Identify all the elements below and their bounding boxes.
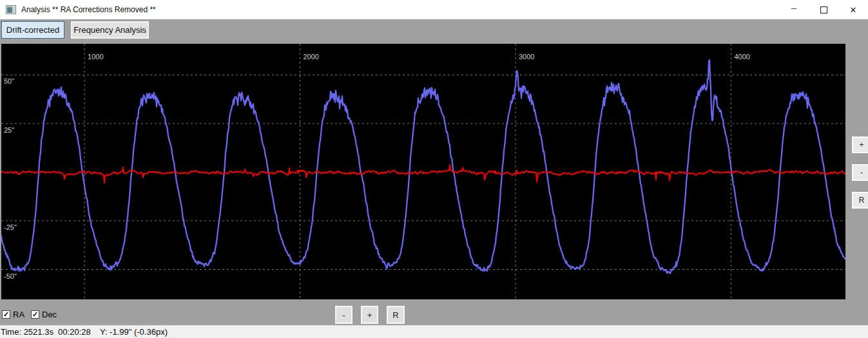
maximize-button[interactable] [809, 0, 838, 19]
horizontal-zoom-reset-button[interactable]: R [387, 306, 405, 324]
vertical-zoom-in-button[interactable]: + [852, 136, 868, 153]
horizontal-zoom-out-button[interactable]: - [335, 306, 352, 324]
status-bar: Time: 2521.3s 00:20:28 Y: -1.99" (-0.36p… [0, 325, 868, 338]
x-tick-label: 2000 [304, 53, 319, 61]
y-tick-label: -50" [4, 272, 17, 280]
y-tick-label: -25" [4, 223, 17, 231]
tab-frequency-analysis[interactable]: Frequency Analysis [71, 21, 149, 39]
close-icon: ✕ [850, 5, 857, 15]
ra-series-line [1, 60, 845, 274]
close-button[interactable]: ✕ [838, 0, 868, 19]
ra-checkbox[interactable]: RA [2, 309, 24, 319]
y-tick-label: 50" [4, 77, 14, 85]
ra-checkbox-label: RA [13, 310, 24, 319]
x-tick-label: 4000 [734, 53, 749, 61]
window-title: Analysis ** RA Corrections Removed ** [21, 5, 156, 14]
status-text: Time: 2521.3s 00:20:28 Y: -1.99" (-0.36p… [1, 327, 168, 337]
tab-drift-corrected[interactable]: Drift-corrected [1, 21, 64, 39]
minimize-button[interactable]: ─ [779, 0, 809, 19]
x-tick-label: 1000 [88, 53, 103, 61]
window-controls: ─ ✕ [779, 0, 868, 19]
minimize-icon: ─ [791, 4, 797, 13]
chart-canvas: 100020003000400050"25"-25"-50" [1, 44, 845, 299]
vertical-zoom-reset-button[interactable]: R [852, 192, 868, 209]
y-tick-label: 25" [4, 126, 14, 134]
app-window: { "window": { "title": "Analysis ** RA C… [0, 0, 868, 338]
tab-label: Frequency Analysis [73, 25, 146, 35]
app-icon [6, 5, 16, 15]
reset-icon: R [859, 196, 865, 205]
maximize-icon [820, 6, 827, 14]
dec-checkbox-box[interactable] [31, 310, 39, 319]
dec-checkbox[interactable]: Dec [31, 309, 57, 319]
dec-series-line [1, 165, 845, 183]
horizontal-zoom-in-button[interactable]: + [361, 306, 378, 324]
tab-label: Drift-corrected [6, 25, 59, 35]
dec-checkbox-label: Dec [42, 310, 57, 319]
minus-icon: - [860, 168, 863, 177]
analysis-plot[interactable]: 100020003000400050"25"-25"-50" [1, 44, 845, 299]
reset-icon: R [392, 310, 398, 320]
x-tick-label: 3000 [519, 53, 534, 61]
minus-icon: - [342, 310, 345, 320]
plus-icon: + [367, 310, 372, 320]
vertical-zoom-out-button[interactable]: - [852, 164, 868, 181]
plus-icon: + [859, 140, 863, 149]
titlebar: Analysis ** RA Corrections Removed ** ─ … [0, 0, 868, 19]
ra-checkbox-box[interactable] [2, 310, 10, 319]
